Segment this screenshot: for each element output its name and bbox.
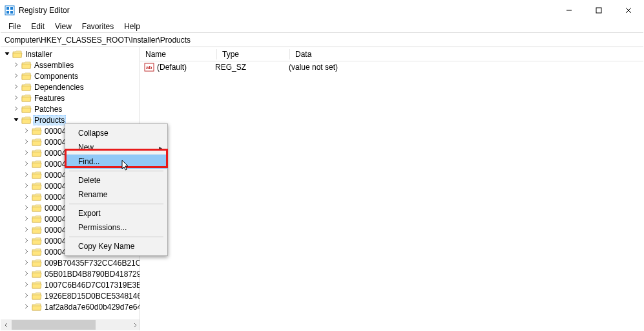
folder-icon — [32, 259, 42, 268]
minimize-button[interactable] — [554, 1, 584, 20]
folder-icon — [32, 303, 42, 312]
tree-item-assemblies[interactable]: Assemblies — [1, 59, 140, 70]
expander-icon[interactable] — [23, 281, 30, 288]
context-menu-permissions[interactable]: Permissions... — [65, 220, 167, 235]
expander-icon[interactable] — [23, 193, 30, 200]
menu-view[interactable]: View — [50, 21, 77, 32]
menu-file[interactable]: File — [3, 21, 26, 32]
column-header-name[interactable]: Name — [140, 50, 216, 59]
context-menu-collapse[interactable]: Collapse — [65, 126, 167, 140]
expander-icon[interactable] — [3, 50, 11, 58]
values-panel[interactable]: Name Type Data ab (Default) REG_SZ — [140, 47, 643, 330]
expander-icon[interactable] — [12, 105, 20, 112]
folder-icon — [32, 127, 42, 136]
value-name: (Default) — [157, 63, 187, 72]
tree-item-product-child[interactable]: 1926E8D15D0BCE53481466 — [1, 290, 140, 301]
context-menu-copy-key-name[interactable]: Copy Key Name — [65, 239, 167, 253]
folder-icon — [32, 138, 42, 147]
close-button[interactable] — [614, 1, 643, 20]
scroll-track[interactable] — [12, 319, 129, 330]
folder-icon — [32, 193, 42, 202]
tree-label: 00004 — [43, 160, 67, 169]
svg-rect-4 — [10, 11, 13, 14]
context-menu-separator — [69, 204, 163, 204]
expander-icon[interactable] — [23, 215, 30, 222]
tree-label: Patches — [33, 105, 63, 114]
context-menu-export[interactable]: Export — [65, 206, 167, 220]
tree-horizontal-scrollbar[interactable] — [1, 319, 140, 330]
tree-label: 00004 — [43, 226, 67, 235]
expander-icon[interactable] — [23, 171, 30, 178]
tree-root[interactable]: Installer — [1, 48, 140, 59]
expander-icon[interactable] — [23, 248, 30, 255]
tree-label: 00004 — [43, 204, 67, 213]
expander-icon[interactable] — [23, 292, 30, 299]
context-menu-find[interactable]: Find... — [65, 155, 167, 169]
tree-label: 00004 — [43, 182, 67, 191]
titlebar[interactable]: Registry Editor — [1, 1, 643, 20]
tree-label: Assemblies — [33, 61, 75, 70]
tree-item-product-child[interactable]: 009B70435F732CC46B21C5 — [1, 257, 140, 268]
expander-icon[interactable] — [23, 160, 30, 167]
svg-text:ab: ab — [146, 65, 152, 70]
expander-icon[interactable] — [12, 83, 20, 91]
context-menu-delete[interactable]: Delete — [65, 173, 167, 187]
column-header-data[interactable]: Data — [290, 50, 643, 59]
value-type: REG_SZ — [210, 63, 286, 72]
context-menu-separator — [69, 171, 163, 171]
menu-help[interactable]: Help — [119, 21, 145, 32]
folder-icon — [32, 215, 42, 224]
expander-icon[interactable] — [23, 259, 30, 266]
folder-icon — [32, 149, 42, 158]
expander-icon[interactable] — [23, 303, 30, 310]
folder-icon — [32, 226, 42, 235]
menu-edit[interactable]: Edit — [26, 21, 50, 32]
expander-icon[interactable] — [23, 237, 30, 244]
address-text: Computer\HKEY_CLASSES_ROOT\Installer\Pro… — [5, 36, 191, 45]
folder-icon — [21, 116, 32, 125]
tree-item-patches[interactable]: Patches — [1, 103, 140, 114]
tree-label: 1007C6B46D7C017319E3B5 — [43, 281, 140, 290]
expander-icon[interactable] — [23, 182, 30, 189]
menu-favorites[interactable]: Favorites — [77, 21, 119, 32]
expander-icon[interactable] — [12, 116, 20, 123]
expander-icon[interactable] — [23, 226, 30, 233]
tree-item-features[interactable]: Features — [1, 92, 140, 103]
folder-icon — [32, 270, 42, 279]
folder-icon — [32, 292, 42, 301]
expander-icon[interactable] — [12, 94, 20, 101]
tree-label: 05B01BD4B8790BD4187297 — [43, 270, 140, 279]
expander-icon[interactable] — [23, 204, 30, 211]
address-bar[interactable]: Computer\HKEY_CLASSES_ROOT\Installer\Pro… — [1, 33, 643, 47]
expander-icon[interactable] — [23, 138, 30, 145]
tree-label: Components — [33, 72, 79, 81]
expander-icon[interactable] — [12, 72, 20, 80]
scroll-left-button[interactable] — [1, 319, 12, 330]
tree-item-dependencies[interactable]: Dependencies — [1, 81, 140, 92]
menubar: File Edit View Favorites Help — [1, 20, 643, 33]
tree-item-product-child[interactable]: 05B01BD4B8790BD4187297 — [1, 268, 140, 279]
expander-icon[interactable] — [23, 270, 30, 277]
context-menu-new[interactable]: New — [65, 140, 167, 155]
tree-label: 00004 — [43, 138, 67, 147]
scroll-thumb[interactable] — [12, 320, 96, 330]
expander-icon[interactable] — [23, 127, 30, 134]
maximize-button[interactable] — [584, 1, 614, 20]
scroll-right-button[interactable] — [129, 319, 140, 330]
column-header-type[interactable]: Type — [217, 50, 289, 59]
tree-item-product-child[interactable]: 1007C6B46D7C017319E3B5 — [1, 279, 140, 290]
tree-label: 1926E8D15D0BCE53481466 — [43, 292, 140, 301]
string-value-icon: ab — [144, 63, 154, 72]
expander-icon[interactable] — [12, 61, 20, 69]
expander-icon[interactable] — [23, 149, 30, 156]
tree-item-product-child[interactable]: 1af2a8da7e60d0b429d7e64 — [1, 301, 140, 312]
context-menu: CollapseNewFind...DeleteRenameExportPerm… — [65, 123, 168, 256]
tree-label: 00004 — [43, 171, 67, 180]
app-icon — [5, 5, 15, 16]
context-menu-rename[interactable]: Rename — [65, 187, 167, 202]
tree-item-components[interactable]: Components — [1, 70, 140, 81]
folder-icon — [32, 281, 42, 290]
value-row[interactable]: ab (Default) REG_SZ (value not set) — [140, 61, 643, 73]
tree-label: Installer — [24, 50, 54, 59]
registry-editor-window: Registry Editor File Edit View Favorites… — [0, 0, 644, 331]
